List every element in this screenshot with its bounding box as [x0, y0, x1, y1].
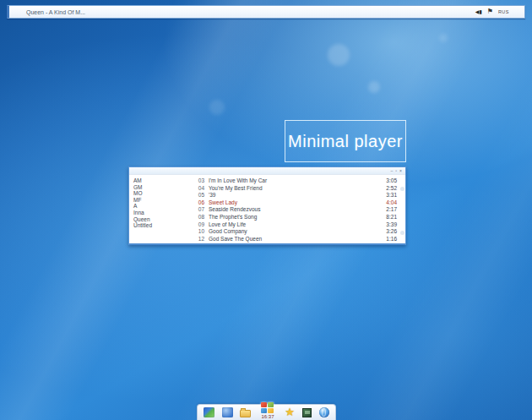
- track-row[interactable]: 08 The Prophet's Song 8:21: [193, 214, 397, 221]
- artist-item[interactable]: MF: [133, 197, 193, 204]
- track-duration: 3:26: [377, 228, 397, 236]
- track-row[interactable]: 03 I'm In Love With My Car 3:05: [193, 177, 397, 185]
- wallpaper-bokeh: [328, 44, 350, 66]
- minimal-player-label: Minimal player: [288, 132, 403, 151]
- player-title-bar[interactable]: Queen - A Kind Of M... ◀▮ ⚑ RUS: [7, 5, 525, 19]
- close-icon[interactable]: ×: [399, 169, 402, 173]
- track-row[interactable]: 07 Seaside Rendezvous 2:17: [193, 206, 397, 214]
- track-title: I'm In Love With My Car: [209, 177, 377, 185]
- track-title: God Save The Queen: [209, 236, 377, 243]
- track-number: 04: [193, 185, 204, 193]
- now-playing-title: Queen - A Kind Of M...: [26, 9, 475, 15]
- track-number: 12: [193, 236, 204, 243]
- wallpaper-bokeh: [439, 34, 448, 42]
- artist-item[interactable]: Inna: [133, 210, 193, 216]
- desktop-wallpaper: Queen - A Kind Of M... ◀▮ ⚑ RUS Minimal …: [0, 0, 532, 420]
- track-duration: 2:52: [377, 185, 397, 193]
- playlist-titlebar[interactable]: – ▫ ×: [129, 167, 405, 175]
- track-duration: 3:05: [377, 177, 397, 185]
- start-button[interactable]: 16:37: [258, 402, 277, 419]
- playlist-window[interactable]: – ▫ × AM GM MO MF A Inna Queen Untitled …: [128, 166, 406, 245]
- player-bar-controls: ◀▮ ⚑ RUS: [475, 8, 509, 15]
- track-title: You're My Best Friend: [209, 185, 377, 193]
- track-title: Good Company: [209, 228, 377, 236]
- track-row[interactable]: 04 You're My Best Friend 2:52: [193, 185, 397, 193]
- minimize-icon[interactable]: –: [391, 169, 394, 173]
- wallpaper-bokeh: [209, 100, 225, 115]
- track-row-current[interactable]: 06 Sweet Lady 4:04: [193, 199, 397, 207]
- track-number: 05: [193, 192, 204, 199]
- track-duration: 3:31: [377, 192, 397, 199]
- artist-item[interactable]: GM: [133, 184, 193, 191]
- artist-list: AM GM MO MF A Inna Queen Untitled: [129, 177, 193, 243]
- track-number: 09: [193, 221, 204, 229]
- scroll-down-icon[interactable]: [400, 231, 404, 235]
- wallpaper-bokeh: [368, 81, 380, 93]
- track-duration: 8:21: [377, 214, 397, 221]
- artist-item[interactable]: MO: [133, 190, 193, 197]
- track-title: Sweet Lady: [209, 199, 377, 207]
- maximize-icon[interactable]: ▫: [395, 169, 397, 173]
- track-title: Love of My Life: [209, 221, 377, 229]
- folder-icon[interactable]: [240, 410, 251, 417]
- scrollbar[interactable]: [399, 178, 404, 240]
- flag-icon[interactable]: ⚑: [487, 8, 493, 15]
- internet-globe-icon[interactable]: [319, 407, 329, 417]
- scroll-up-icon[interactable]: [400, 187, 404, 191]
- track-duration: 2:17: [377, 206, 397, 214]
- media-player-icon[interactable]: [204, 407, 214, 417]
- minimal-player-widget[interactable]: Minimal player: [285, 120, 406, 162]
- track-row[interactable]: 10 Good Company 3:26: [193, 228, 397, 236]
- computer-icon[interactable]: [222, 407, 233, 417]
- track-number: 07: [193, 206, 204, 214]
- track-row[interactable]: 12 God Save The Queen 1:16: [193, 236, 397, 243]
- windows-logo-icon[interactable]: [261, 402, 274, 413]
- track-number: 06: [193, 199, 204, 207]
- track-duration: 4:04: [377, 199, 397, 207]
- track-row[interactable]: 09 Love of My Life 3:39: [193, 221, 397, 229]
- track-number: 03: [193, 177, 204, 185]
- track-title: The Prophet's Song: [209, 214, 377, 221]
- track-title: Seaside Rendezvous: [209, 206, 377, 214]
- artist-item[interactable]: AM: [133, 177, 193, 184]
- track-row[interactable]: 05 '39 3:31: [193, 192, 397, 199]
- artist-item[interactable]: A: [133, 203, 193, 210]
- favorites-star-icon[interactable]: ★: [285, 407, 296, 417]
- pictures-icon[interactable]: [302, 408, 312, 417]
- playlist-content: AM GM MO MF A Inna Queen Untitled 03 I'm…: [129, 175, 405, 243]
- language-indicator[interactable]: RUS: [498, 9, 509, 14]
- prev-track-icon[interactable]: ◀▮: [475, 9, 482, 14]
- taskbar-dock[interactable]: 16:37 ★: [197, 404, 336, 420]
- track-number: 08: [193, 214, 204, 221]
- track-list: 03 I'm In Love With My Car 3:05 04 You'r…: [193, 177, 405, 243]
- artist-item[interactable]: Queen: [133, 216, 193, 223]
- track-title: '39: [209, 192, 377, 199]
- track-number: 10: [193, 228, 204, 236]
- artist-item[interactable]: Untitled: [133, 222, 193, 229]
- track-duration: 3:39: [377, 221, 397, 229]
- clock: 16:37: [261, 414, 274, 419]
- track-duration: 1:16: [377, 236, 397, 243]
